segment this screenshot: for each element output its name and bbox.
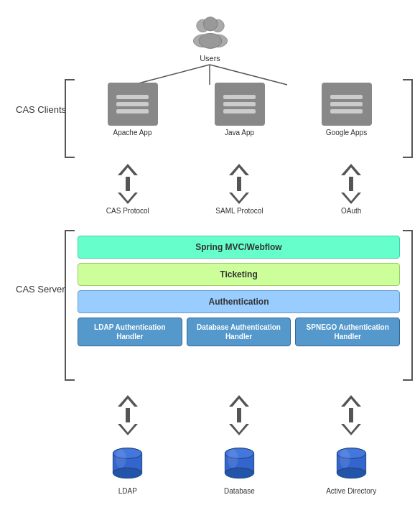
saml-protocol-item: SAML Protocol [207, 164, 271, 218]
ad-arrows [319, 395, 383, 435]
cas-arrow [118, 164, 138, 204]
apache-app-icon [108, 83, 158, 126]
oauth-arrow [341, 164, 361, 204]
apps-row: Apache App Java App Google Apps [79, 83, 400, 136]
google-apps-item: Google Apps [318, 83, 375, 136]
db-arrow-down [229, 424, 249, 435]
svg-point-11 [113, 468, 142, 478]
saml-arrow-stem [237, 177, 241, 191]
cas-protocol-label: CAS Protocol [106, 207, 149, 215]
icon-line-1 [330, 95, 363, 99]
active-directory-db-item: Active Directory [322, 445, 380, 495]
bracket-right [403, 79, 413, 158]
ldap-arrows [95, 395, 160, 435]
database-db-item: Database [210, 445, 268, 495]
protocols-section: CAS Protocol SAML Protocol OAuth [72, 162, 407, 219]
ad-arrow-stem [349, 408, 353, 422]
cas-clients-section: CAS Clients Apache App Java App [7, 79, 413, 158]
database-db-icon [220, 445, 259, 485]
ldap-db-label: LDAP [118, 487, 137, 495]
oauth-arrow-up [341, 164, 361, 175]
diagram: Users CAS Clients Apache App Jav [0, 0, 420, 523]
bracket-left [65, 79, 75, 158]
svg-point-13 [116, 450, 126, 468]
cas-clients-label: CAS Clients [16, 104, 66, 115]
icon-line-1 [223, 95, 256, 99]
icon-line-2 [223, 102, 256, 106]
cas-server-inner: Spring MVC/Webflow Ticketing Authenticat… [78, 236, 400, 375]
db-arrow [229, 395, 249, 435]
db-arrows [207, 395, 271, 435]
cas-server-label: CAS Server [16, 284, 65, 295]
ldap-arrow-up [118, 395, 138, 407]
users-group: Users [185, 13, 235, 63]
svg-point-16 [225, 468, 253, 478]
oauth-arrow-down [341, 193, 361, 204]
handlers-row: LDAP Authentication Handler Database Aut… [78, 318, 400, 346]
active-directory-db-label: Active Directory [326, 487, 376, 495]
saml-arrow-up [229, 164, 249, 175]
users-label: Users [200, 54, 220, 63]
active-directory-db-icon [332, 445, 371, 485]
icon-line-1 [116, 95, 149, 99]
database-db-label: Database [224, 487, 255, 495]
oauth-protocol-label: OAuth [341, 207, 361, 215]
ticketing-box: Ticketing [78, 263, 400, 286]
svg-point-8 [199, 33, 222, 48]
cas-server-bracket-left [65, 230, 75, 381]
cas-server-section: CAS Server Spring MVC/Webflow Ticketing … [7, 230, 413, 381]
ldap-arrow-down [118, 424, 138, 435]
google-apps-label: Google Apps [326, 129, 367, 136]
java-app-label: Java App [225, 129, 254, 136]
oauth-arrow-stem [349, 177, 353, 191]
java-app-item: Java App [211, 83, 269, 136]
cas-protocol-item: CAS Protocol [95, 164, 160, 218]
cas-arrow-down [118, 193, 138, 204]
cas-arrow-stem [126, 177, 130, 191]
saml-arrow [229, 164, 249, 204]
db-arrow-stem [237, 408, 241, 422]
svg-point-18 [228, 450, 238, 468]
icon-line-3 [116, 109, 149, 114]
ad-arrow-down [341, 424, 361, 435]
cas-server-bracket-right [403, 230, 413, 381]
users-icon [185, 13, 235, 52]
oauth-protocol-item: OAuth [319, 164, 383, 218]
apache-app-item: Apache App [104, 83, 162, 136]
icon-line-2 [116, 102, 149, 106]
svg-point-23 [340, 450, 350, 468]
bottom-arrows-section [72, 388, 407, 442]
icon-line-3 [223, 109, 256, 114]
ldap-arrow [118, 395, 138, 435]
ldap-db-icon [108, 445, 147, 485]
ldap-arrow-stem [126, 408, 130, 422]
svg-point-7 [203, 17, 217, 31]
svg-point-21 [337, 468, 365, 478]
database-handler-box: Database Authentication Handler [187, 318, 291, 346]
google-apps-icon [322, 83, 372, 126]
ad-arrow-up [341, 395, 361, 407]
java-app-icon [215, 83, 265, 126]
ldap-handler-box: LDAP Authentication Handler [78, 318, 182, 346]
apache-app-label: Apache App [113, 129, 152, 136]
saml-protocol-label: SAML Protocol [215, 207, 263, 215]
icon-line-2 [330, 102, 363, 106]
spring-mvc-box: Spring MVC/Webflow [78, 236, 400, 259]
authentication-box: Authentication [78, 290, 400, 313]
icon-line-3 [330, 109, 363, 114]
databases-section: LDAP Database Active Directory [72, 445, 407, 495]
spnego-handler-box: SPNEGO Authentication Handler [295, 318, 400, 346]
saml-arrow-down [229, 193, 249, 204]
cas-arrow-up [118, 164, 138, 175]
ldap-db-item: LDAP [99, 445, 157, 495]
ad-arrow [341, 395, 361, 435]
db-arrow-up [229, 395, 249, 407]
